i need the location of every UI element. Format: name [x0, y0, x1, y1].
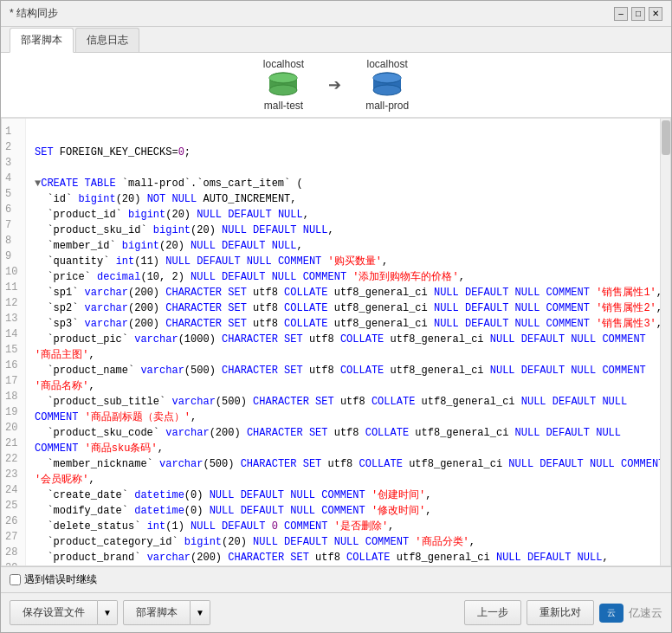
vertical-scrollbar[interactable] [660, 119, 670, 565]
deploy-dropdown[interactable]: ▼ [191, 600, 210, 625]
watermark-icon: 云 [599, 604, 624, 623]
prev-button[interactable]: 上一步 [464, 600, 521, 625]
watermark: 云 亿速云 [599, 604, 662, 623]
error-continue-text: 遇到错误时继续 [24, 572, 97, 587]
svg-point-9 [373, 74, 401, 82]
window-title: * 结构同步 [10, 6, 58, 21]
arrow-icon: ➔ [328, 75, 341, 94]
sql-text: SET FOREIGN_KEY_CHECKS=0; ▼CREATE TABLE … [9, 124, 646, 565]
save-file-dropdown[interactable]: ▼ [98, 600, 118, 625]
error-continue-checkbox[interactable] [10, 574, 21, 585]
save-file-group: 保存设置文件 ▼ [10, 600, 118, 625]
connection-bar: localhost mall-test ➔ localhost mall-pro… [1, 53, 671, 118]
tab-bar: 部署脚本 信息日志 [1, 27, 671, 53]
watermark-text: 亿速云 [629, 605, 662, 621]
target-db-info: localhost mall-prod [365, 58, 409, 112]
target-db: mall-prod [365, 100, 409, 112]
title-bar-controls: – □ ✕ [614, 7, 662, 21]
footer-buttons: 保存设置文件 ▼ 部署脚本 ▼ 上一步 重新比对 云 亿速云 [1, 592, 671, 632]
maximize-button[interactable]: □ [631, 7, 645, 21]
svg-point-2 [269, 85, 297, 95]
title-bar-left: * 结构同步 [10, 6, 58, 21]
tab-log[interactable]: 信息日志 [75, 28, 139, 52]
title-bar: * 结构同步 – □ ✕ [1, 1, 671, 27]
source-db: mall-test [264, 100, 303, 112]
bottom-bar: 遇到错误时继续 [1, 566, 671, 592]
svg-point-7 [373, 85, 401, 95]
minimize-button[interactable]: – [614, 7, 628, 21]
svg-point-4 [269, 74, 297, 82]
main-window: * 结构同步 – □ ✕ 部署脚本 信息日志 localhost mall-t [0, 0, 672, 633]
source-db-info: localhost mall-test [263, 58, 304, 112]
refresh-button[interactable]: 重新比对 [527, 600, 594, 625]
deploy-button[interactable]: 部署脚本 [123, 600, 191, 625]
save-file-button[interactable]: 保存设置文件 [10, 600, 98, 625]
source-host: localhost [263, 58, 304, 70]
source-db-icon [268, 72, 299, 98]
target-db-icon [372, 72, 403, 98]
close-button[interactable]: ✕ [649, 7, 662, 21]
deploy-group: 部署脚本 ▼ [123, 600, 210, 625]
error-continue-label[interactable]: 遇到错误时继续 [10, 572, 97, 587]
target-host: localhost [366, 58, 407, 70]
tab-deploy[interactable]: 部署脚本 [10, 28, 74, 53]
sql-editor[interactable]: 1234567891011121314151617181920212223242… [1, 118, 671, 566]
